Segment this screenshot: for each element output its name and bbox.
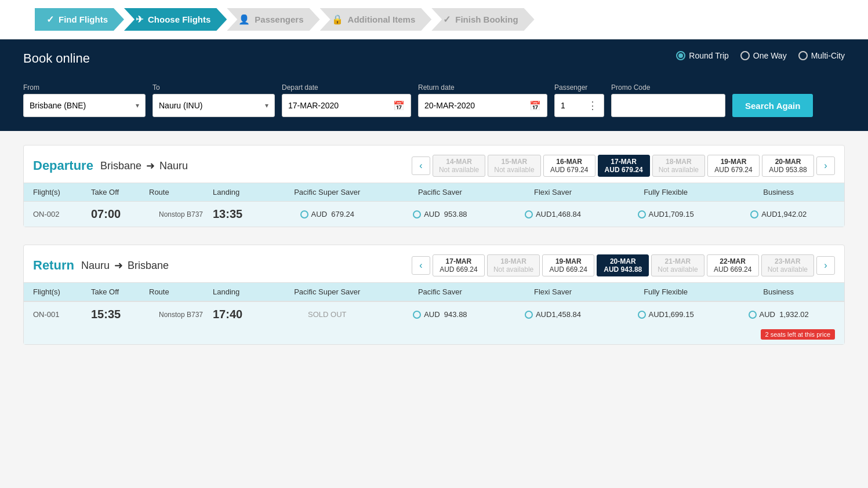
- multi-city-label: Multi-City: [811, 51, 845, 60]
- round-trip-radio[interactable]: Round Trip: [676, 51, 728, 60]
- return-field: Return date 📅: [418, 83, 547, 117]
- ret-date-2[interactable]: 19-MAR AUD 669.24: [542, 254, 594, 276]
- passenger-label: Passenger: [554, 83, 604, 92]
- depart-input[interactable]: [288, 101, 390, 110]
- nav-step-passengers[interactable]: 👤 Passengers: [227, 8, 319, 31]
- from-input[interactable]: [30, 101, 131, 110]
- calendar-return-icon[interactable]: 📅: [529, 100, 541, 111]
- ret-date-4[interactable]: 21-MAR Not available: [651, 254, 704, 276]
- dep-radio-ff[interactable]: [638, 210, 646, 218]
- dep-route: Nonstop B737: [149, 210, 213, 218]
- return-label: Return date: [418, 83, 547, 92]
- ret-date-3[interactable]: 20-MAR AUD 943.88: [597, 254, 649, 276]
- return-arrow-icon: ➜: [114, 259, 123, 272]
- return-flight-container: ON-001 15:35 Nonstop B737 17:40 SOLD OUT…: [24, 301, 844, 344]
- from-input-wrap: ▾: [23, 94, 146, 117]
- dep-price-biz[interactable]: AUD1,942.02: [722, 210, 835, 218]
- ret-date-0[interactable]: 17-MAR AUD 669.24: [433, 254, 485, 276]
- dep-radio-ps[interactable]: [413, 210, 421, 218]
- dep-date-1[interactable]: 15-MAR Not available: [488, 155, 540, 177]
- to-field: To ▾: [152, 83, 275, 117]
- to-label: To: [152, 83, 275, 92]
- book-title: Book online: [23, 51, 90, 66]
- departure-next-btn[interactable]: ›: [816, 156, 835, 175]
- depart-label: Depart date: [282, 83, 411, 92]
- departure-flight-row: ON-002 07:00 Nonstop B737 13:35 AUD 679.…: [24, 201, 844, 227]
- dep-date-0[interactable]: 14-MAR Not available: [433, 155, 485, 177]
- dep-price-pss[interactable]: AUD 679.24: [271, 210, 384, 218]
- dep-price-ff[interactable]: AUD1,709.15: [609, 210, 722, 218]
- return-route-header: Return Nauru ➜ Brisbane ‹ 17-MAR AUD 669…: [24, 245, 844, 282]
- ret-date-6[interactable]: 23-MAR Not available: [761, 254, 814, 276]
- dep-takeoff-time: 07:00: [91, 207, 149, 221]
- calendar-depart-icon[interactable]: 📅: [393, 100, 405, 111]
- ret-price-fs[interactable]: AUD1,458.84: [496, 310, 609, 319]
- nav-step-find-flights-label: Find Flights: [59, 14, 108, 24]
- dep-col-fs: Flexi Saver: [496, 188, 609, 196]
- dep-date-5[interactable]: 19-MAR AUD 679.24: [707, 155, 760, 177]
- ret-price-ff[interactable]: AUD1,699.15: [609, 310, 722, 319]
- ret-col-pss: Pacific Super Saver: [271, 287, 384, 296]
- promo-input[interactable]: [618, 101, 719, 110]
- depart-field: Depart date 📅: [282, 83, 411, 117]
- dep-radio-fs[interactable]: [525, 210, 533, 218]
- return-section: Return Nauru ➜ Brisbane ‹ 17-MAR AUD 669…: [23, 245, 845, 345]
- ret-flight-num: ON-001: [33, 310, 91, 319]
- return-input-wrap: 📅: [418, 94, 547, 117]
- departure-cities: Brisbane ➜ Nauru: [100, 159, 188, 172]
- ret-price-ps[interactable]: AUD 943.88: [384, 310, 497, 319]
- passenger-input[interactable]: [561, 101, 584, 110]
- departure-to: Nauru: [159, 160, 188, 172]
- nav-step-choose-flights[interactable]: ✈ Choose Flights: [124, 8, 227, 31]
- dep-price-ps[interactable]: AUD 953.88: [384, 210, 497, 218]
- dep-radio-biz[interactable]: [750, 210, 758, 218]
- from-field: From ▾: [23, 83, 146, 117]
- ret-col-ff: Fully Flexible: [609, 287, 722, 296]
- return-input[interactable]: [424, 101, 526, 110]
- dep-col-ff: Fully Flexible: [609, 188, 722, 196]
- departure-prev-btn[interactable]: ‹: [412, 156, 430, 175]
- ret-price-biz[interactable]: AUD 1,932.02: [722, 310, 835, 319]
- nav-step-find-flights[interactable]: ✓ Find Flights: [35, 8, 124, 31]
- round-trip-radio-circle: [676, 51, 685, 60]
- multi-city-radio[interactable]: Multi-City: [798, 51, 845, 60]
- dep-col-ps: Pacific Saver: [384, 188, 497, 196]
- dep-price-fs[interactable]: AUD1,468.84: [496, 210, 609, 218]
- to-input[interactable]: [159, 101, 260, 110]
- dep-col-takeoff: Take Off: [91, 188, 149, 196]
- ret-col-flights: Flight(s): [33, 287, 91, 296]
- dep-radio-pss[interactable]: [300, 210, 308, 218]
- departure-table-header: Flight(s) Take Off Route Landing Pacific…: [24, 183, 844, 201]
- plane-icon: ✈: [136, 14, 143, 25]
- nav-step-finish-booking[interactable]: ✓ Finish Booking: [431, 8, 534, 31]
- return-to: Brisbane: [128, 260, 169, 272]
- one-way-radio[interactable]: One Way: [740, 51, 787, 60]
- ret-takeoff-time: 15:35: [91, 308, 149, 321]
- return-next-btn[interactable]: ›: [816, 256, 835, 275]
- person-icon: 👤: [238, 14, 250, 25]
- search-again-button[interactable]: Search Again: [732, 94, 813, 117]
- nav-step-additional-items[interactable]: 🔒 Additional Items: [320, 8, 432, 31]
- ret-radio-biz[interactable]: [749, 311, 757, 319]
- ret-radio-ff[interactable]: [638, 311, 646, 319]
- passenger-input-wrap: ⋮: [554, 94, 604, 117]
- ret-date-5[interactable]: 22-MAR AUD 669.24: [707, 254, 759, 276]
- ret-route: Nonstop B737: [149, 311, 213, 319]
- departure-from: Brisbane: [100, 160, 141, 172]
- ret-radio-fs[interactable]: [525, 311, 533, 319]
- one-way-label: One Way: [753, 51, 787, 60]
- return-cities: Nauru ➜ Brisbane: [81, 259, 169, 272]
- dep-date-6[interactable]: 20-MAR AUD 953.88: [762, 155, 814, 177]
- ret-col-landing: Landing: [213, 287, 271, 296]
- return-prev-btn[interactable]: ‹: [412, 256, 430, 275]
- dep-date-3[interactable]: 17-MAR AUD 679.24: [598, 155, 650, 177]
- dep-col-biz: Business: [722, 188, 835, 196]
- ret-date-1[interactable]: 18-MAR Not available: [487, 254, 540, 276]
- passenger-field: Passenger ⋮: [554, 83, 604, 117]
- ret-radio-ps[interactable]: [413, 311, 421, 319]
- ret-price-pss: SOLD OUT: [271, 310, 384, 319]
- dep-date-2[interactable]: 16-MAR AUD 679.24: [543, 155, 595, 177]
- promo-input-wrap: [611, 94, 725, 117]
- departure-arrow-icon: ➜: [146, 159, 155, 172]
- dep-date-4[interactable]: 18-MAR Not available: [652, 155, 705, 177]
